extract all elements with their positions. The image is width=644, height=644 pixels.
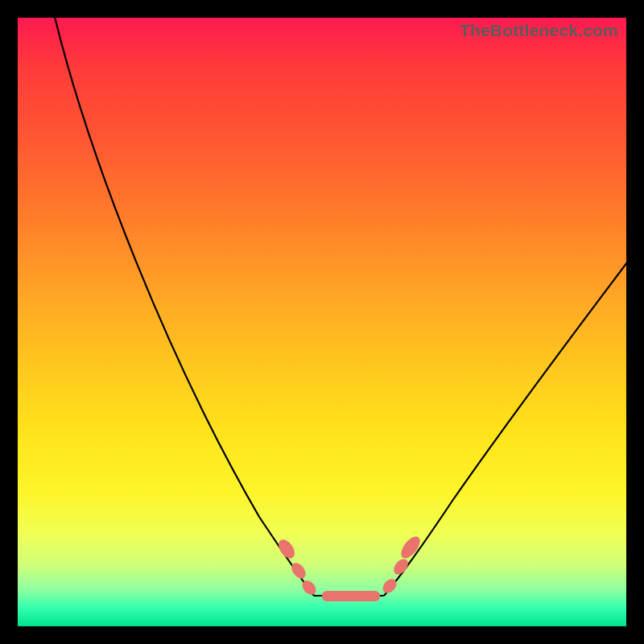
chart-frame: TheBottleneck.com xyxy=(0,0,644,644)
curve-svg xyxy=(18,18,626,626)
curve-left xyxy=(54,18,314,596)
plot-area: TheBottleneck.com xyxy=(18,18,626,626)
curve-right xyxy=(384,259,626,596)
bead-flat-bar xyxy=(322,591,380,601)
